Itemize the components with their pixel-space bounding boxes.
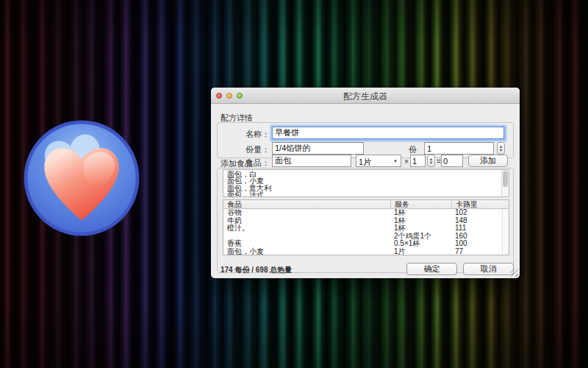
list-item[interactable]: 面包，白 bbox=[223, 171, 501, 177]
table-cell: 77 bbox=[451, 248, 509, 255]
heart-app-icon[interactable] bbox=[23, 119, 140, 237]
portions-label: 份 bbox=[395, 144, 417, 155]
name-label: 名称： bbox=[226, 129, 270, 140]
table-scrollbar[interactable] bbox=[502, 209, 509, 255]
table-row[interactable]: 面包，小麦1片77 bbox=[223, 248, 509, 255]
list-item[interactable]: 面包，法式 bbox=[223, 191, 501, 197]
recipe-generator-window: 配方生成器 配方详情 名称： 份量： 份 ▲▼ 添加食品 食品： 1片 ▼ × … bbox=[211, 88, 520, 278]
portions-input[interactable] bbox=[424, 142, 494, 155]
chevron-down-icon: ▼ bbox=[393, 159, 398, 163]
table-cell: 面包，小麦 bbox=[223, 248, 390, 255]
column-header-food[interactable]: 食品 bbox=[223, 200, 390, 208]
serving-size-input[interactable] bbox=[272, 142, 364, 155]
food-input[interactable] bbox=[272, 155, 351, 167]
resize-grip[interactable] bbox=[510, 269, 518, 277]
list-scrollbar[interactable] bbox=[501, 170, 509, 197]
unit-dropdown-value: 1片 bbox=[359, 158, 371, 166]
unit-dropdown[interactable]: 1片 ▼ bbox=[356, 155, 401, 167]
quantity-input[interactable] bbox=[410, 155, 426, 167]
window-title: 配方生成器 bbox=[211, 91, 520, 103]
table-cell bbox=[223, 233, 390, 241]
table-cell: 102 bbox=[451, 209, 509, 217]
equals-label: = bbox=[437, 158, 441, 166]
food-suggestion-list: 面包，白面包，小麦面包，意大利面包，法式 bbox=[223, 171, 501, 197]
food-label: 食品： bbox=[226, 158, 270, 169]
column-header-serving[interactable]: 服务 bbox=[390, 200, 451, 208]
table-row[interactable]: 谷物1杯102 bbox=[223, 209, 509, 217]
quantity-stepper[interactable]: ▲▼ bbox=[427, 155, 435, 167]
serving-size-label: 份量： bbox=[226, 144, 270, 155]
food-suggestion-listbox[interactable]: 面包，白面包，小麦面包，意大利面包，法式 bbox=[223, 169, 509, 197]
times-label: × bbox=[404, 158, 409, 166]
table-cell: 谷物 bbox=[223, 209, 390, 217]
add-button[interactable]: 添加 bbox=[468, 155, 508, 167]
food-table[interactable]: 食品 服务 卡路里 谷物1杯102牛奶1杯148橙汁。1杯1112个鸡蛋1个16… bbox=[223, 199, 509, 255]
food-table-body: 谷物1杯102牛奶1杯148橙汁。1杯1112个鸡蛋1个160香蕉0.5×1杯1… bbox=[223, 209, 509, 255]
table-cell: 橙汁。 bbox=[223, 224, 390, 233]
cancel-button[interactable]: 取消 bbox=[463, 263, 514, 275]
list-item[interactable]: 面包，意大利 bbox=[223, 185, 501, 191]
column-header-calories[interactable]: 卡路里 bbox=[451, 200, 509, 208]
list-scrollbar-thumb[interactable] bbox=[503, 171, 508, 187]
table-cell: 1杯 bbox=[390, 209, 451, 217]
window-titlebar[interactable]: 配方生成器 bbox=[211, 88, 520, 104]
table-cell: 1片 bbox=[390, 248, 451, 255]
table-row[interactable]: 香蕉0.5×1杯100 bbox=[223, 240, 509, 248]
name-input[interactable] bbox=[272, 127, 504, 139]
calorie-summary: 174 每份 / 698 总热量 bbox=[220, 265, 292, 275]
result-input[interactable] bbox=[441, 155, 463, 167]
portions-stepper[interactable]: ▲▼ bbox=[497, 142, 505, 155]
ok-button[interactable]: 确定 bbox=[406, 263, 457, 275]
